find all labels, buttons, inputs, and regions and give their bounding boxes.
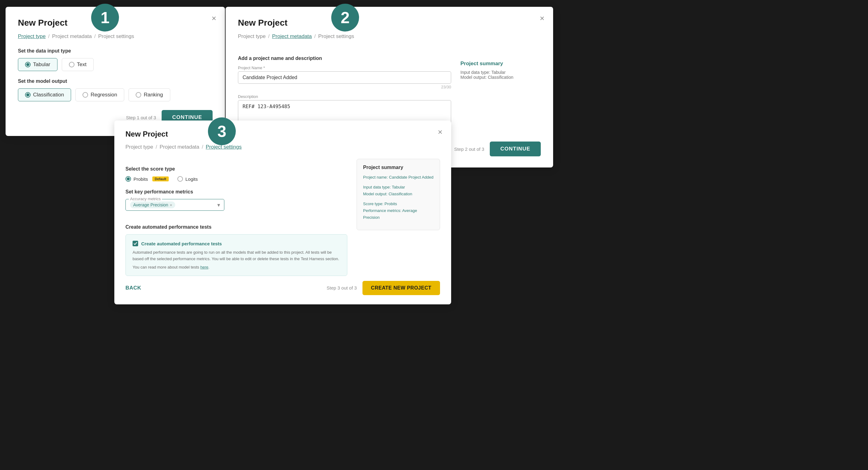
breadcrumb-metadata-3[interactable]: Project metadata [160, 144, 199, 150]
step-info-2: Step 2 out of 3 [454, 147, 485, 152]
summary-title-2: Project summary [460, 61, 541, 67]
radio-classification[interactable]: Classification [18, 88, 71, 101]
breadcrumb-2: Project type / Project metadata / Projec… [238, 33, 541, 39]
model-tests-link[interactable]: here [200, 265, 208, 270]
create-project-button[interactable]: CREATE NEW PROJECT [363, 281, 440, 295]
summary-title-3: Project summary [363, 165, 434, 170]
remove-tag-btn[interactable]: × [169, 203, 172, 207]
breadcrumb-project-type-1[interactable]: Project type [18, 33, 46, 39]
card3-footer: BACK Step 3 out of 3 CREATE NEW PROJECT [125, 281, 440, 295]
new-project-dialog-3: New Project × Project type / Project met… [114, 121, 451, 304]
summary-line2-2: Model output: Classification [460, 75, 541, 80]
checkbox-description: Automated performance tests are going to… [132, 249, 340, 262]
step-circle-2: 2 [331, 4, 359, 32]
radio-ranking[interactable]: Ranking [128, 88, 170, 101]
radio-tabular[interactable]: Tabular [18, 58, 58, 71]
checkbox-create-tests[interactable] [132, 241, 138, 246]
name-char-count: 23/30 [238, 85, 451, 89]
checkbox-link-text: You can read more about model tests here… [132, 265, 340, 270]
dialog-title-2: New Project [238, 18, 541, 28]
section-score-label: Select the score type [125, 166, 347, 172]
radio-dot-tabular [25, 62, 31, 67]
step-info-1: Step 1 out of 3 [126, 115, 156, 120]
section-metrics-label: Set key performance metrics [125, 189, 347, 195]
radio-dot-text [69, 62, 74, 67]
automated-tests-container: Create automated performance tests Autom… [125, 234, 347, 276]
radio-logits[interactable]: Logits [177, 176, 198, 182]
section-output-label: Set the model output [18, 79, 213, 84]
default-badge: Default [152, 177, 169, 181]
project-name-group: Project Name * 23/30 [238, 65, 451, 89]
dropdown-arrow-icon: ▼ [216, 202, 221, 208]
output-type-group: Classification Regression Ranking [18, 88, 213, 101]
radio-dot-logits [177, 176, 183, 182]
summary-input-type: Input data type: Tabular Model output: C… [363, 184, 434, 197]
breadcrumb-settings-2[interactable]: Project settings [318, 33, 354, 39]
accuracy-metrics-label: Accuracy metrics [129, 196, 162, 201]
step-circle-1: 1 [91, 4, 119, 32]
radio-dot-classification [25, 92, 31, 98]
breadcrumb-3: Project type / Project metadata / Projec… [125, 144, 440, 150]
description-label: Description [238, 94, 451, 99]
summary-panel-3: Project summary Project name: Candidate … [356, 159, 440, 230]
input-type-group: Tabular Text [18, 58, 213, 71]
radio-dot-regression [83, 92, 88, 98]
close-button-1[interactable]: × [212, 13, 216, 23]
project-name-label: Project Name * [238, 65, 451, 70]
metrics-dropdown[interactable]: Accuracy metrics Average Precision × ▼ [125, 199, 224, 211]
close-button-3[interactable]: × [438, 127, 442, 137]
breadcrumb-settings-1[interactable]: Project settings [98, 33, 134, 39]
section-input-label: Set the data input type [18, 48, 213, 54]
checkbox-row: Create automated performance tests [132, 241, 340, 246]
section-name-desc-label: Add a project name and description [238, 56, 451, 61]
radio-dot-ranking [136, 92, 141, 98]
radio-dot-probits [125, 176, 131, 182]
dialog-title-3: New Project [125, 130, 440, 138]
radio-regression[interactable]: Regression [75, 88, 124, 101]
summary-line1-2: Input data type: Tabular [460, 70, 541, 75]
project-name-input[interactable] [238, 71, 451, 84]
avg-precision-tag: Average Precision × [130, 201, 175, 208]
section-tests-label: Create automated performance tests [125, 224, 347, 230]
close-button-2[interactable]: × [540, 13, 545, 23]
checkbox-label: Create automated performance tests [141, 241, 222, 246]
back-button-3[interactable]: BACK [125, 285, 141, 291]
score-type-group: Probits Default Logits [125, 176, 347, 182]
radio-text[interactable]: Text [62, 58, 94, 71]
summary-score-metrics: Score type: Probits Performance metrics:… [363, 200, 434, 221]
breadcrumb-1: Project type / Project metadata / Projec… [18, 33, 213, 39]
breadcrumb-metadata-2[interactable]: Project metadata [272, 33, 312, 39]
breadcrumb-metadata-1[interactable]: Project metadata [52, 33, 92, 39]
breadcrumb-project-type-2[interactable]: Project type [238, 33, 266, 39]
step-circle-3: 3 [208, 118, 236, 145]
breadcrumb-project-type-3[interactable]: Project type [125, 144, 153, 150]
step-info-3: Step 3 out of 3 [327, 285, 357, 290]
radio-probits[interactable]: Probits Default [125, 176, 169, 182]
summary-project-name: Project name: Candidate Project Added [363, 174, 434, 181]
continue-button-2[interactable]: CONTINUE [490, 142, 541, 156]
